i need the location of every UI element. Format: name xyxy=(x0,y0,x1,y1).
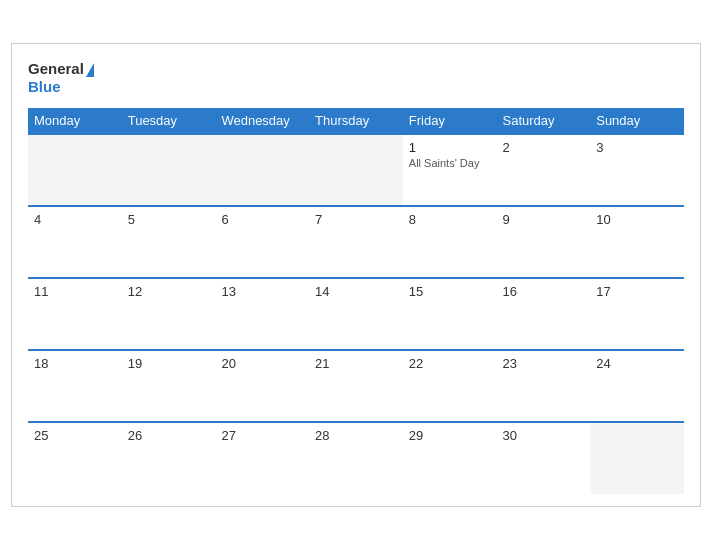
calendar-cell: 15 xyxy=(403,278,497,350)
logo-triangle-icon xyxy=(86,63,94,77)
calendar-cell: 3 xyxy=(590,134,684,206)
calendar-cell: 20 xyxy=(215,350,309,422)
day-number: 13 xyxy=(221,284,303,299)
day-number: 7 xyxy=(315,212,397,227)
calendar-cell xyxy=(309,134,403,206)
col-header-thursday: Thursday xyxy=(309,108,403,134)
calendar-cell: 25 xyxy=(28,422,122,494)
calendar-cell: 22 xyxy=(403,350,497,422)
day-number: 25 xyxy=(34,428,116,443)
calendar-cell: 6 xyxy=(215,206,309,278)
col-header-tuesday: Tuesday xyxy=(122,108,216,134)
calendar-cell: 12 xyxy=(122,278,216,350)
day-number: 4 xyxy=(34,212,116,227)
day-number: 11 xyxy=(34,284,116,299)
calendar-cell: 28 xyxy=(309,422,403,494)
col-header-sunday: Sunday xyxy=(590,108,684,134)
calendar-cell: 4 xyxy=(28,206,122,278)
calendar-grid: MondayTuesdayWednesdayThursdayFridaySatu… xyxy=(28,108,684,494)
calendar-cell: 23 xyxy=(497,350,591,422)
calendar-cell: 19 xyxy=(122,350,216,422)
day-number: 23 xyxy=(503,356,585,371)
calendar-week-2: 45678910 xyxy=(28,206,684,278)
calendar-cell: 27 xyxy=(215,422,309,494)
day-number: 6 xyxy=(221,212,303,227)
calendar-week-4: 18192021222324 xyxy=(28,350,684,422)
day-number: 24 xyxy=(596,356,678,371)
calendar-cell: 16 xyxy=(497,278,591,350)
calendar-week-5: 252627282930 xyxy=(28,422,684,494)
calendar-cell: 1All Saints' Day xyxy=(403,134,497,206)
col-header-friday: Friday xyxy=(403,108,497,134)
day-number: 8 xyxy=(409,212,491,227)
day-number: 19 xyxy=(128,356,210,371)
calendar-cell: 2 xyxy=(497,134,591,206)
calendar-cell: 5 xyxy=(122,206,216,278)
day-number: 26 xyxy=(128,428,210,443)
event-text: All Saints' Day xyxy=(409,157,491,169)
day-number: 21 xyxy=(315,356,397,371)
day-number: 12 xyxy=(128,284,210,299)
day-number: 14 xyxy=(315,284,397,299)
calendar-cell: 24 xyxy=(590,350,684,422)
logo-general-text: General xyxy=(28,60,84,78)
calendar-week-1: 1All Saints' Day23 xyxy=(28,134,684,206)
calendar-cell xyxy=(122,134,216,206)
day-number: 15 xyxy=(409,284,491,299)
day-number: 18 xyxy=(34,356,116,371)
calendar-cell: 30 xyxy=(497,422,591,494)
calendar-week-3: 11121314151617 xyxy=(28,278,684,350)
calendar-cell: 21 xyxy=(309,350,403,422)
calendar-cell: 7 xyxy=(309,206,403,278)
day-number: 22 xyxy=(409,356,491,371)
calendar-cell: 9 xyxy=(497,206,591,278)
logo-blue-text: Blue xyxy=(28,78,94,96)
calendar-cell: 10 xyxy=(590,206,684,278)
day-number: 5 xyxy=(128,212,210,227)
calendar-cell: 29 xyxy=(403,422,497,494)
day-number: 28 xyxy=(315,428,397,443)
col-header-monday: Monday xyxy=(28,108,122,134)
calendar-cell: 8 xyxy=(403,206,497,278)
calendar-cell: 11 xyxy=(28,278,122,350)
day-number: 30 xyxy=(503,428,585,443)
day-number: 20 xyxy=(221,356,303,371)
calendar-cell xyxy=(28,134,122,206)
calendar-cell: 18 xyxy=(28,350,122,422)
calendar-cell: 26 xyxy=(122,422,216,494)
calendar-header: GeneralBlue xyxy=(28,60,684,96)
calendar-cell: 13 xyxy=(215,278,309,350)
day-number: 29 xyxy=(409,428,491,443)
calendar-cell: 17 xyxy=(590,278,684,350)
day-number: 17 xyxy=(596,284,678,299)
calendar-cell: 14 xyxy=(309,278,403,350)
col-header-saturday: Saturday xyxy=(497,108,591,134)
calendar-cell xyxy=(590,422,684,494)
day-number: 10 xyxy=(596,212,678,227)
day-number: 1 xyxy=(409,140,491,155)
calendar-header-row: MondayTuesdayWednesdayThursdayFridaySatu… xyxy=(28,108,684,134)
calendar-cell xyxy=(215,134,309,206)
logo: GeneralBlue xyxy=(28,60,94,96)
day-number: 2 xyxy=(503,140,585,155)
col-header-wednesday: Wednesday xyxy=(215,108,309,134)
day-number: 16 xyxy=(503,284,585,299)
day-number: 27 xyxy=(221,428,303,443)
day-number: 3 xyxy=(596,140,678,155)
day-number: 9 xyxy=(503,212,585,227)
calendar-container: GeneralBlue MondayTuesdayWednesdayThursd… xyxy=(11,43,701,507)
